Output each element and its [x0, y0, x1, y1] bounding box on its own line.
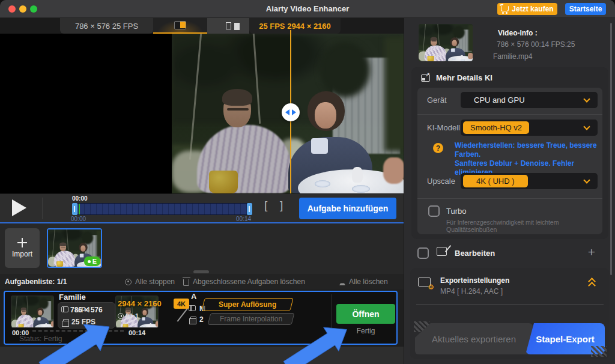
expand-icon: [421, 74, 430, 82]
film-icon: [189, 305, 196, 311]
upscale-value-pill: 4K ( UHD ): [463, 175, 528, 187]
super-resolution-label: Super Auflösung: [219, 300, 276, 309]
export-card: Exporteinstellungen MP4 [ H.264, AAC ] A…: [410, 268, 610, 359]
clear-all-button[interactable]: Alle löschen: [339, 278, 388, 286]
output-resolution: 2944 × 2160: [118, 299, 162, 308]
arrow-right-icon: [292, 109, 296, 115]
ai-details-card: Mehr Details KI Gerät CPU and GPU KI-Mod…: [411, 67, 608, 239]
export-format-value: MP4 [ H.264, AAC ]: [440, 287, 503, 296]
device-dropdown[interactable]: CPU and GPU: [461, 92, 598, 108]
sidebar-scrollbar[interactable]: [610, 23, 612, 275]
divider: [417, 114, 602, 115]
edit-label: Bearbeiten: [455, 249, 495, 258]
media-strip: Import E: [0, 223, 404, 274]
annotation-arrow-open: [273, 322, 349, 364]
ai-settings-panel: Gerät CPU and GPU KI-Modell Smooth-HQ v2…: [417, 88, 602, 234]
timeline-end-time: 00:14: [236, 216, 251, 222]
broom-icon: [339, 282, 345, 285]
trim-end-handle[interactable]: [247, 203, 252, 215]
clock-icon: [118, 313, 124, 319]
add-edit-button[interactable]: +: [588, 245, 595, 259]
preview-header: Vor 786 × 576 25 FPS 25 FPS 2944 × 2160 …: [0, 18, 404, 34]
timeline-track[interactable]: [72, 203, 252, 215]
open-button[interactable]: Öffnen: [336, 304, 395, 324]
set-out-point-button[interactable]: ]: [280, 199, 283, 212]
app-window: Aiarty Video Enhancer Jetzt kaufen Start…: [0, 0, 615, 364]
clear-finished-button[interactable]: Abgeschlossene Aufgaben löschen: [183, 278, 305, 286]
chevron-down-icon: [583, 177, 590, 183]
play-button[interactable]: [12, 199, 26, 216]
clip-duration: 00:1: [126, 312, 139, 320]
timeline-start-time: 00:00: [71, 216, 86, 222]
hatch-decoration: [591, 346, 607, 357]
buy-now-button[interactable]: Jetzt kaufen: [497, 3, 557, 15]
edit-icon: [437, 247, 447, 256]
enhanced-badge: E: [84, 256, 100, 266]
divider-tick: [290, 30, 291, 34]
add-task-button[interactable]: Aufgabe hinzufügen: [299, 198, 396, 219]
task-out-time: 00:14: [129, 329, 145, 336]
video-info-thumbnail: [419, 24, 473, 61]
model-dropdown[interactable]: Smooth-HQ v2: [461, 120, 598, 136]
split-view-toggle-active[interactable]: [153, 18, 207, 34]
compare-slider-handle[interactable]: [282, 103, 300, 121]
trim-start-handle[interactable]: [72, 203, 77, 215]
import-button[interactable]: Import: [5, 228, 40, 268]
turbo-checkbox[interactable]: [428, 205, 440, 217]
upscale-label: Upscale: [427, 177, 455, 186]
playhead-marker: [79, 204, 80, 214]
cart-icon: [501, 6, 509, 11]
video-info-title: Video-Info :: [498, 29, 538, 37]
output-resolution-info: 25 FPS 2944 × 2160: [249, 18, 341, 34]
stop-all-button[interactable]: Alle stoppen: [125, 278, 175, 286]
task-name: Familie: [59, 293, 86, 302]
divider: [42, 198, 43, 219]
side-by-side-icon: [226, 22, 231, 29]
upscale-dropdown[interactable]: 4K ( UHD ): [461, 173, 598, 189]
4k-badge: 4K: [174, 299, 189, 309]
export-current-button[interactable]: Aktuelles exportieren: [415, 323, 533, 354]
before-side-overlay: [172, 34, 291, 193]
video-frame-scene: [419, 24, 473, 61]
media-thumbnail[interactable]: E: [47, 228, 102, 268]
playhead-time: 00:00: [72, 195, 88, 202]
pencil-icon: [177, 308, 189, 321]
turbo-hint: Für Inferenzgeschwindigkeit mit leichtem…: [446, 219, 599, 233]
panel-drag-handle[interactable]: [193, 270, 209, 273]
chevron-down-icon: [583, 96, 590, 102]
export-settings-title: Exporteinstellungen: [440, 276, 509, 285]
device-value: CPU and GPU: [474, 96, 525, 105]
export-settings-icon: [418, 278, 431, 287]
split-half-icon: [174, 21, 186, 29]
divider: [416, 304, 604, 305]
set-in-point-button[interactable]: [: [264, 199, 267, 212]
divider: [417, 198, 602, 199]
task-list-title: Aufgabenliste: 1/1: [5, 278, 67, 286]
import-label: Import: [12, 250, 32, 258]
stop-icon: [125, 279, 132, 285]
side-by-side-toggle[interactable]: [207, 18, 249, 34]
help-icon[interactable]: ?: [433, 143, 443, 153]
video-file-name: Familie.mp4: [493, 52, 532, 61]
transport-bar: 00:00 00:00 00:14 [ ] Aufgabe hinzufügen: [0, 193, 404, 222]
export-buttons: Aktuelles exportieren Stapel-Export: [415, 323, 605, 354]
enhanced-badge-label: E: [92, 258, 97, 265]
settings-sidebar: Video-Info : 786 × 576 00:14 FPS:25 Fami…: [404, 18, 615, 364]
edit-row: Bearbeiten +: [411, 243, 608, 264]
chevron-down-icon: [583, 123, 590, 130]
frames-icon: [190, 317, 196, 321]
ai-details-header: Mehr Details KI: [421, 73, 492, 82]
second-clip-title: A: [191, 292, 196, 301]
second-clip-fps: 2: [199, 315, 204, 324]
ai-details-title: Mehr Details KI: [436, 73, 492, 82]
super-resolution-tag: Super Auflösung: [201, 298, 293, 311]
source-resolution-info: 786 × 576 25 FPS: [60, 18, 153, 34]
model-label: KI-Modell: [427, 123, 460, 132]
clip-duration-overlay: 00:1: [118, 312, 139, 320]
edit-checkbox[interactable]: [417, 247, 429, 259]
buy-now-label: Jetzt kaufen: [512, 5, 553, 13]
collapse-chevrons-icon[interactable]: [589, 279, 596, 287]
clear-all-label: Alle löschen: [349, 278, 388, 286]
title-bar: Aiarty Video Enhancer Jetzt kaufen Start…: [0, 0, 615, 18]
home-button[interactable]: Startseite: [565, 3, 606, 15]
